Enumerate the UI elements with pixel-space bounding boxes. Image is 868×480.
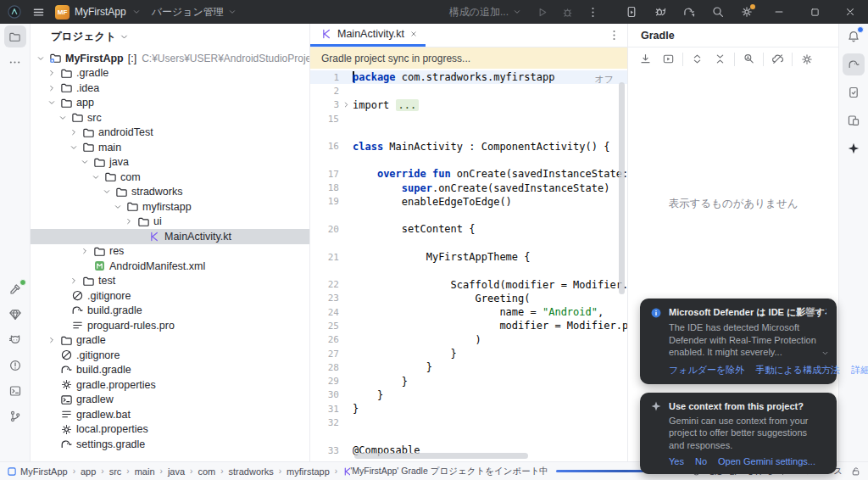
- line-number[interactable]: 17: [310, 169, 339, 180]
- code-line[interactable]: 15: [310, 112, 627, 126]
- breadcrumb-item[interactable]: java: [168, 466, 185, 477]
- line-number[interactable]: 3: [310, 99, 339, 110]
- chevron-down-icon[interactable]: [89, 172, 103, 182]
- line-number[interactable]: 32: [310, 417, 339, 428]
- gemini-icon[interactable]: [843, 137, 865, 159]
- code-line[interactable]: 22 Scaffold(modifier = Modifier.fillMaxS…: [310, 277, 627, 291]
- device-manager-icon[interactable]: [843, 109, 865, 131]
- line-number[interactable]: 2: [310, 86, 339, 97]
- expand-all-icon[interactable]: [686, 50, 709, 69]
- breadcrumb-item[interactable]: myfirstapp: [287, 466, 330, 477]
- code-line[interactable]: 28 }: [310, 360, 627, 374]
- line-number[interactable]: 29: [310, 376, 339, 387]
- code-line[interactable]: [310, 264, 627, 277]
- tab-mainactivity[interactable]: MainActivity.kt: [310, 24, 426, 47]
- line-number[interactable]: 25: [310, 321, 339, 332]
- code-line[interactable]: 26 ): [310, 333, 627, 347]
- tree-row-local.properties[interactable]: local.properties: [31, 422, 309, 438]
- code-line[interactable]: [310, 126, 627, 139]
- breadcrumb-item[interactable]: com: [198, 466, 215, 477]
- line-number[interactable]: 18: [310, 182, 339, 193]
- toast-link[interactable]: フォルダーを除外: [669, 364, 744, 377]
- breadcrumb-item[interactable]: MyFirstApp: [20, 466, 68, 477]
- tree-row-myfirstapp[interactable]: MyFirstApp[:]C:¥Users¥USER¥AndroidStudio…: [31, 51, 309, 66]
- line-number[interactable]: 31: [310, 404, 339, 415]
- code-line[interactable]: 3import ...: [310, 98, 627, 112]
- tree-row-gradle.properties[interactable]: gradle.properties: [31, 377, 309, 393]
- running-devices-icon[interactable]: [843, 81, 865, 103]
- problems-icon[interactable]: [4, 354, 26, 377]
- code-line[interactable]: 30 }: [310, 388, 627, 402]
- code-line[interactable]: 23 Greeting(: [310, 292, 627, 305]
- line-number[interactable]: 20: [310, 224, 339, 235]
- logcat-icon[interactable]: [4, 329, 26, 351]
- code-line[interactable]: 27 }: [310, 347, 627, 360]
- run-config-selector[interactable]: 構成の追加...: [449, 5, 522, 20]
- tree-row-myfirstapp[interactable]: myfirstapp: [31, 199, 309, 215]
- tree-row-androidtest[interactable]: androidTest: [31, 126, 309, 141]
- run-task-icon[interactable]: [657, 50, 680, 69]
- tree-row-gradle[interactable]: gradle: [31, 333, 309, 349]
- profiler-icon[interactable]: [646, 0, 675, 24]
- code-line[interactable]: 24 name = "Android",: [310, 305, 627, 319]
- code-line[interactable]: 20 setContent {: [310, 222, 627, 236]
- toast-link[interactable]: Yes: [669, 456, 684, 466]
- breadcrumb-item[interactable]: src: [109, 466, 122, 477]
- toast-link[interactable]: Open Gemini settings...: [718, 456, 815, 466]
- settings-icon[interactable]: [732, 0, 761, 24]
- code-line[interactable]: 25 modifier = Modifier.padding(innerPadd…: [310, 319, 627, 332]
- line-number[interactable]: 15: [310, 114, 339, 125]
- tree-row-.gitignore[interactable]: .gitignore: [31, 288, 309, 304]
- chevron-down-icon[interactable]: [111, 202, 125, 212]
- tree-row-src[interactable]: src: [31, 110, 309, 126]
- chevron-down-icon[interactable]: [67, 142, 81, 153]
- tree-row-.gradle[interactable]: .gradle: [31, 66, 309, 81]
- project-tool-icon[interactable]: [4, 25, 26, 47]
- line-number[interactable]: 26: [310, 334, 339, 345]
- breadcrumb-item[interactable]: stradworks: [229, 466, 274, 477]
- highlight-level-badge[interactable]: オフ: [594, 73, 614, 86]
- lock-icon[interactable]: [850, 466, 861, 477]
- tree-row-settings.gradle[interactable]: settings.gradle: [31, 437, 309, 452]
- device-manager-icon[interactable]: [617, 0, 646, 24]
- more-tool-windows-icon[interactable]: [4, 51, 26, 73]
- sync-gradle-icon[interactable]: [634, 50, 657, 69]
- tree-row-com[interactable]: com: [31, 170, 309, 185]
- code-line[interactable]: [310, 153, 627, 167]
- code-line[interactable]: 19 enableEdgeToEdge(): [310, 195, 627, 209]
- close-button[interactable]: [832, 0, 868, 24]
- tree-row-.gitignore[interactable]: .gitignore: [31, 348, 309, 363]
- line-number[interactable]: 28: [310, 362, 339, 373]
- tree-row-.idea[interactable]: .idea: [31, 81, 309, 96]
- maximize-button[interactable]: [797, 0, 832, 24]
- more-actions-icon[interactable]: [580, 0, 605, 24]
- code-line[interactable]: 2: [310, 84, 627, 98]
- tree-row-ui[interactable]: ui: [31, 215, 309, 230]
- tree-row-stradworks[interactable]: stradworks: [31, 185, 309, 200]
- code-line[interactable]: 21 MyFirstAppTheme {: [310, 250, 627, 264]
- chevron-down-icon[interactable]: [45, 98, 58, 108]
- chevron-right-icon[interactable]: [67, 276, 81, 286]
- tree-row-gradlew[interactable]: gradlew: [31, 393, 309, 408]
- version-control-icon[interactable]: [4, 405, 26, 427]
- line-number[interactable]: 21: [310, 252, 339, 263]
- editor-horizontal-scrollbar[interactable]: [354, 453, 528, 459]
- tree-row-mainactivity.kt[interactable]: MainActivity.kt: [31, 229, 309, 244]
- code-line[interactable]: [310, 209, 627, 222]
- chevron-right-icon[interactable]: [122, 216, 136, 226]
- gradle-settings-icon[interactable]: [795, 50, 818, 69]
- breadcrumb-item[interactable]: main: [135, 466, 155, 477]
- chevron-right-icon[interactable]: [67, 127, 81, 137]
- code-editor[interactable]: 1package com.stradworks.myfirstapp23impo…: [310, 69, 627, 461]
- chevron-down-icon[interactable]: [821, 349, 830, 358]
- offline-mode-icon[interactable]: [766, 50, 789, 69]
- analyze-dependencies-icon[interactable]: [737, 50, 760, 69]
- chevron-right-icon[interactable]: [45, 68, 58, 78]
- line-number[interactable]: 22: [310, 279, 339, 290]
- breadcrumb-item[interactable]: app: [81, 466, 96, 477]
- chevron-right-icon[interactable]: [45, 335, 58, 345]
- code-line[interactable]: 1package com.stradworks.myfirstapp: [310, 70, 627, 84]
- editor-vertical-scrollbar[interactable]: [619, 82, 625, 294]
- tree-row-build.gradle[interactable]: build.gradle: [31, 363, 309, 378]
- code-line[interactable]: 29 }: [310, 375, 627, 388]
